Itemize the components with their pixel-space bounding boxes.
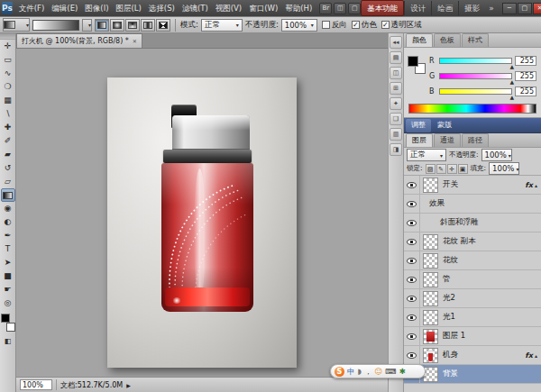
- layer-row-switch[interactable]: 开关fx▴: [404, 176, 541, 195]
- foreground-color-swatch[interactable]: [1, 314, 10, 323]
- workspace-design[interactable]: 设计: [404, 1, 431, 15]
- layer-row-pattern-copy[interactable]: 花纹 副本: [404, 232, 541, 251]
- menu-view[interactable]: 视图(V): [212, 0, 245, 16]
- diamond-gradient-button[interactable]: [156, 19, 170, 32]
- screen-mode-button[interactable]: ▢: [348, 3, 361, 14]
- menu-window[interactable]: 窗口(W): [245, 0, 281, 16]
- dock-panel-icon-4[interactable]: ✦: [390, 97, 402, 110]
- quick-selection-tool[interactable]: ❍: [1, 80, 15, 94]
- fx-collapse-icon[interactable]: ▴: [535, 352, 537, 359]
- dither-checkbox[interactable]: ✓: [352, 21, 360, 29]
- visibility-toggle[interactable]: [404, 308, 420, 326]
- lock-all-icon[interactable]: ▣: [458, 164, 468, 174]
- visibility-toggle[interactable]: [404, 327, 420, 345]
- clone-stamp-tool[interactable]: ▰: [1, 148, 15, 161]
- tab-swatches[interactable]: 色板: [434, 33, 461, 47]
- close-button[interactable]: ✕: [533, 3, 541, 14]
- menu-edit[interactable]: 编辑(E): [48, 0, 81, 16]
- option-reverse[interactable]: 反向: [322, 20, 347, 31]
- tab-channels[interactable]: 通道: [434, 133, 461, 147]
- menu-image[interactable]: 图像(I): [81, 0, 112, 16]
- menu-help[interactable]: 帮助(H): [281, 0, 316, 16]
- gradient-picker-arrow[interactable]: ▾: [82, 19, 92, 32]
- layer-row-tube[interactable]: 管: [404, 270, 541, 289]
- tab-styles[interactable]: 样式: [462, 33, 489, 47]
- path-selection-tool[interactable]: ➤: [1, 256, 15, 269]
- gradient-preview[interactable]: [32, 20, 79, 31]
- gradient-tool[interactable]: [1, 188, 15, 202]
- dock-panel-icon-7[interactable]: ◨: [390, 143, 402, 156]
- layer-row-light2[interactable]: 光2: [404, 289, 541, 308]
- blur-tool[interactable]: ◉: [1, 202, 15, 215]
- tab-layers[interactable]: 图层: [406, 133, 433, 147]
- workspace-painting[interactable]: 绘画: [431, 1, 458, 15]
- color-spectrum-bar[interactable]: [408, 104, 536, 114]
- layer-thumbnail[interactable]: [423, 329, 438, 344]
- lock-position-icon[interactable]: ✛: [447, 164, 457, 174]
- ime-shape-icon[interactable]: ◗: [358, 365, 362, 378]
- reverse-checkbox[interactable]: [322, 21, 330, 29]
- lock-transparency-icon[interactable]: ▨: [426, 164, 436, 174]
- layer-opacity-select[interactable]: 100% ▾: [481, 149, 512, 161]
- option-transparency[interactable]: ✓透明区域: [381, 20, 422, 31]
- radial-gradient-button[interactable]: [110, 19, 124, 32]
- dock-panel-icon-2[interactable]: ◫: [390, 67, 402, 79]
- layer-row-effects-group[interactable]: 效果: [404, 195, 541, 214]
- rectangle-tool[interactable]: ■: [1, 269, 15, 283]
- restore-button[interactable]: ▢: [518, 3, 532, 14]
- layer-thumbnail[interactable]: [423, 253, 438, 269]
- fx-collapse-icon[interactable]: ▴: [535, 182, 537, 188]
- tab-paths[interactable]: 路径: [462, 133, 489, 147]
- layer-thumbnail[interactable]: [423, 234, 438, 250]
- menu-select[interactable]: 选择(S): [145, 0, 179, 16]
- lasso-tool[interactable]: ∿: [1, 67, 15, 80]
- angle-gradient-button[interactable]: [125, 19, 140, 32]
- expand-dock-icon[interactable]: ◂◂: [390, 36, 402, 49]
- visibility-toggle[interactable]: [404, 251, 420, 269]
- workspace-overflow-button[interactable]: »: [485, 4, 498, 13]
- canvas-area[interactable]: [16, 49, 388, 377]
- toolbar-header[interactable]: [0, 33, 15, 40]
- launch-bridge-button[interactable]: Br: [319, 3, 332, 14]
- ime-logo-icon[interactable]: S: [335, 367, 344, 377]
- visibility-toggle[interactable]: [404, 289, 420, 307]
- tab-color[interactable]: 颜色: [406, 33, 433, 47]
- visibility-toggle[interactable]: [404, 214, 420, 232]
- ime-keyboard-icon[interactable]: ⌨: [385, 365, 396, 378]
- tab-masks[interactable]: 蒙版: [432, 119, 457, 132]
- rectangular-marquee-tool[interactable]: ▭: [1, 53, 15, 67]
- document-canvas[interactable]: [107, 77, 297, 368]
- transparency-checkbox[interactable]: ✓: [381, 21, 390, 29]
- tab-close-icon[interactable]: ✕: [133, 34, 137, 48]
- visibility-toggle[interactable]: [404, 270, 420, 288]
- type-tool[interactable]: T: [1, 242, 15, 256]
- channel-slider[interactable]: ▲: [439, 88, 512, 95]
- dock-panel-icon-5[interactable]: ❑: [390, 113, 402, 125]
- linear-gradient-button[interactable]: [95, 19, 109, 32]
- layer-blend-mode-select[interactable]: 正常 ▾: [407, 149, 446, 161]
- dock-panel-icon-3[interactable]: ⊞: [390, 82, 402, 95]
- menu-filter[interactable]: 滤镜(T): [179, 0, 212, 16]
- quick-mask-button[interactable]: ◧: [1, 334, 15, 348]
- lock-pixels-icon[interactable]: ✎: [436, 164, 446, 174]
- eyedropper-tool[interactable]: ∖: [1, 107, 15, 121]
- foreground-color-swatch[interactable]: [408, 56, 418, 67]
- dock-panel-icon-1[interactable]: ▤: [390, 51, 402, 64]
- layer-thumbnail[interactable]: [423, 291, 438, 306]
- tool-preset-picker[interactable]: ▾: [3, 18, 30, 32]
- ime-emoji-icon[interactable]: ☺: [374, 365, 382, 378]
- status-flyout-icon[interactable]: ▶: [126, 382, 131, 388]
- hand-tool[interactable]: ☛: [1, 283, 15, 296]
- workspace-essentials[interactable]: 基本功能: [361, 0, 404, 16]
- app-logo-icon[interactable]: Ps: [2, 2, 13, 14]
- layer-thumbnail[interactable]: [423, 272, 438, 287]
- history-brush-tool[interactable]: ↺: [1, 161, 15, 175]
- visibility-toggle[interactable]: [404, 195, 420, 213]
- ime-mode-chinese[interactable]: 中: [347, 365, 355, 378]
- channel-value-input[interactable]: 255: [515, 71, 536, 81]
- ime-toolbox-icon[interactable]: ✱: [399, 365, 406, 378]
- opacity-select[interactable]: 100% ▾: [281, 19, 317, 32]
- ime-punctuation-icon[interactable]: ，: [364, 365, 372, 378]
- pen-tool[interactable]: ✒: [1, 229, 15, 242]
- minimize-button[interactable]: ─: [502, 3, 517, 14]
